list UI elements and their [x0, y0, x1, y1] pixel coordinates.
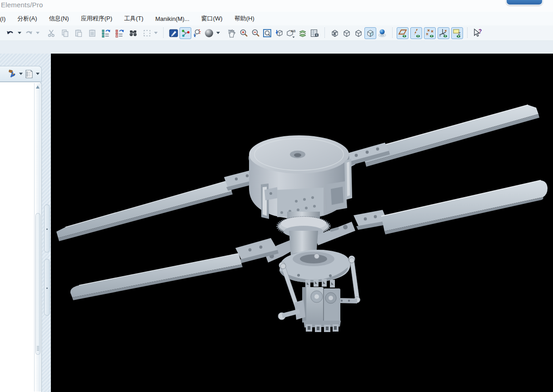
csys-toggle[interactable]: z — [438, 27, 449, 39]
menu-item-manikin[interactable]: Manikin(M)... — [155, 15, 189, 22]
select-box-menu-caret[interactable] — [154, 32, 158, 34]
datum-selection-button[interactable] — [179, 27, 191, 39]
copy-button[interactable] — [59, 27, 71, 39]
tools-icon — [7, 69, 17, 79]
context-help-icon: ? — [472, 28, 483, 39]
custom-regenerate-button[interactable] — [114, 27, 125, 39]
datum-axes-toggle[interactable] — [410, 27, 422, 39]
navigator-tools-button[interactable] — [7, 69, 18, 79]
tree-settings-caret[interactable] — [36, 73, 40, 75]
view-manager-button[interactable] — [309, 27, 320, 39]
annotations-toggle[interactable]: Z — [451, 27, 463, 39]
toolbar-separator — [391, 28, 394, 39]
spin-center-button[interactable] — [226, 27, 238, 39]
regenerate-manager-button[interactable] — [191, 27, 203, 39]
rotor-blade-upper-right[interactable] — [361, 105, 539, 167]
3d-model-helicopter-rotor[interactable] — [51, 54, 553, 392]
splitter-handle-upper[interactable] — [44, 204, 50, 253]
hidden-line-button[interactable] — [341, 27, 353, 39]
titlebar-blue-button[interactable] — [506, 0, 543, 5]
svg-text:AB: AB — [291, 29, 296, 33]
zoom-in-button[interactable] — [238, 27, 249, 39]
splitter-handle-lower[interactable] — [44, 259, 50, 316]
find-binoculars-icon — [128, 28, 138, 38]
navigator-tools-caret[interactable] — [19, 73, 23, 75]
annotation-icon: Z — [452, 28, 463, 39]
wireframe-cube-icon — [330, 28, 340, 38]
refit-icon — [262, 28, 272, 38]
select-box-button[interactable] — [141, 27, 153, 39]
datum-plane-icon — [397, 28, 408, 39]
model-tree-panel[interactable] — [0, 82, 42, 392]
menu-item-analysis[interactable]: 分析(A) — [17, 15, 37, 23]
shading-menu-caret[interactable] — [216, 32, 220, 34]
svg-text:z: z — [439, 35, 441, 37]
menu-item-window[interactable]: 窗口(W) — [201, 15, 223, 23]
context-help-button[interactable]: ? — [472, 27, 483, 39]
panel-splitter[interactable] — [42, 54, 51, 392]
shaded-button[interactable] — [364, 27, 376, 39]
title-bar: Elements/Pro — [0, 0, 553, 12]
paste-special-button[interactable] — [86, 27, 98, 39]
undo-button[interactable] — [5, 27, 16, 39]
saved-views-button[interactable]: AB — [285, 27, 297, 39]
tree-list-icon — [24, 69, 34, 79]
menu-item-info[interactable]: 信息(N) — [49, 15, 69, 23]
datum-points-toggle[interactable] — [424, 27, 436, 39]
rotor-blade-left[interactable] — [56, 180, 233, 241]
menu-item-help[interactable]: 帮助(H) — [234, 15, 254, 23]
display-style-icon — [169, 28, 179, 38]
swashplate[interactable] — [279, 250, 355, 283]
tree-settings-button[interactable] — [24, 69, 35, 79]
hidden-line-cube-icon — [342, 28, 352, 38]
menu-item-applications[interactable]: 应用程序(P) — [81, 15, 112, 23]
undo-menu-caret[interactable] — [18, 32, 21, 34]
toolbar-substrip — [0, 41, 553, 54]
regenerate-button[interactable] — [100, 27, 112, 39]
graphics-viewport[interactable] — [51, 54, 553, 392]
saved-views-icon: AB — [285, 28, 296, 39]
redo-button[interactable] — [23, 27, 35, 39]
application-window: Elements/Pro (I) 分析(A) 信息(N) 应用程序(P) 工具(… — [0, 0, 553, 392]
cut-button[interactable] — [45, 27, 57, 39]
select-box-icon — [142, 29, 151, 38]
shading-sphere-button[interactable] — [203, 27, 215, 39]
svg-text:?: ? — [478, 28, 482, 35]
no-hidden-button[interactable] — [353, 27, 364, 39]
find-button[interactable] — [127, 27, 139, 39]
datum-planes-toggle[interactable] — [397, 27, 409, 39]
enhanced-realism-button[interactable] — [376, 27, 388, 39]
layers-button[interactable] — [297, 27, 309, 39]
display-style-button[interactable] — [168, 27, 179, 39]
toolbar-separator — [324, 28, 326, 39]
scroll-thumb[interactable] — [35, 213, 40, 355]
redo-menu-caret[interactable] — [36, 32, 40, 34]
tree-scrollbar[interactable] — [34, 83, 41, 392]
shaded-cube-icon — [365, 28, 375, 38]
zoom-out-button[interactable] — [249, 27, 261, 39]
enhanced-realism-icon — [377, 28, 388, 39]
paste-button[interactable] — [73, 27, 85, 39]
workspace — [0, 54, 553, 392]
scroll-up-button[interactable] — [35, 84, 40, 90]
paste-icon — [74, 29, 83, 38]
zoom-in-icon — [239, 28, 249, 38]
rotor-blade-right[interactable] — [381, 180, 548, 234]
reorient-button[interactable] — [273, 27, 285, 39]
navigator-header — [0, 66, 42, 82]
regenerate-icon — [101, 28, 111, 38]
zoom-out-icon — [250, 28, 260, 38]
datum-axis-icon — [411, 28, 422, 39]
menu-item-insert[interactable]: (I) — [0, 15, 5, 22]
menu-item-tools[interactable]: 工具(T) — [124, 15, 144, 23]
toolbar-separator — [162, 28, 164, 39]
refit-button[interactable] — [261, 27, 273, 39]
toolbar-separator — [466, 28, 468, 39]
layers-icon — [298, 28, 308, 38]
csys-icon: z — [438, 28, 449, 39]
menu-bar: (I) 分析(A) 信息(N) 应用程序(P) 工具(T) Manikin(M)… — [0, 12, 553, 25]
regenerate-manager-icon — [192, 28, 202, 38]
servo-block[interactable] — [278, 279, 341, 332]
rotor-blade-lower-left[interactable] — [70, 253, 243, 300]
wireframe-button[interactable] — [329, 27, 341, 39]
